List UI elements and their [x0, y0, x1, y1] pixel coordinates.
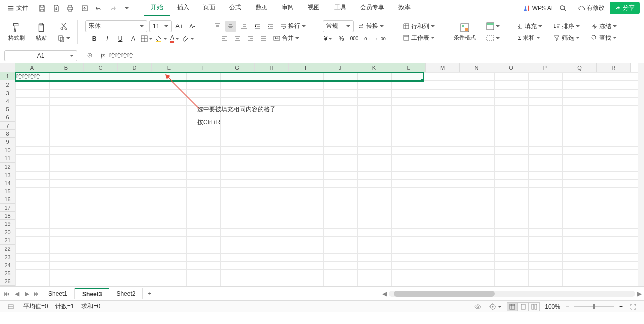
- italic-button[interactable]: I: [102, 33, 113, 44]
- add-sheet-button[interactable]: +: [143, 288, 156, 299]
- tab-start[interactable]: 开始: [144, 0, 170, 16]
- increase-decimal-button[interactable]: ←.00: [375, 33, 386, 44]
- justify-button[interactable]: [258, 33, 269, 44]
- freeze-button[interactable]: 冻结: [589, 21, 619, 32]
- row-header-26[interactable]: 26: [0, 277, 15, 285]
- sheet-tab-2[interactable]: Sheet3: [75, 288, 109, 300]
- format-painter-button[interactable]: 格式刷: [5, 19, 27, 45]
- col-header-N[interactable]: N: [460, 63, 494, 72]
- zoom-out-button[interactable]: −: [566, 303, 569, 310]
- modified-indicator[interactable]: 有修改: [578, 4, 605, 12]
- focus-button[interactable]: [489, 301, 502, 312]
- search-button[interactable]: [558, 3, 568, 13]
- col-header-E[interactable]: E: [152, 63, 186, 72]
- currency-button[interactable]: ¥: [323, 33, 334, 44]
- col-header-P[interactable]: P: [528, 63, 562, 72]
- tab-page[interactable]: 页面: [196, 0, 222, 16]
- name-box[interactable]: A1: [4, 50, 77, 61]
- col-header-D[interactable]: D: [118, 63, 152, 72]
- row-header-3[interactable]: 3: [0, 89, 15, 97]
- share-button[interactable]: 分享: [610, 2, 640, 14]
- row-header-4[interactable]: 4: [0, 97, 15, 105]
- fx-icon[interactable]: fx: [101, 52, 105, 59]
- border-button[interactable]: [141, 33, 153, 44]
- underline-button[interactable]: U: [115, 33, 126, 44]
- print-button[interactable]: [65, 3, 75, 13]
- worksheet-button[interactable]: 工作表: [400, 33, 437, 43]
- fill-color-button[interactable]: [155, 33, 167, 44]
- split-handle[interactable]: [379, 290, 380, 297]
- fill-button[interactable]: 填充: [514, 21, 544, 32]
- tab-data[interactable]: 数据: [249, 0, 275, 16]
- row-header-18[interactable]: 18: [0, 212, 15, 220]
- print-preview-button[interactable]: [79, 3, 90, 13]
- view-page-button[interactable]: [518, 302, 529, 311]
- row-header-25[interactable]: 25: [0, 269, 15, 277]
- align-top-button[interactable]: [212, 21, 223, 32]
- col-header-H[interactable]: H: [255, 63, 289, 72]
- row-header-20[interactable]: 20: [0, 228, 15, 236]
- col-header-F[interactable]: F: [186, 63, 220, 72]
- font-color-button[interactable]: A: [169, 33, 180, 44]
- row-header-8[interactable]: 8: [0, 130, 15, 138]
- row-header-6[interactable]: 6: [0, 113, 15, 121]
- font-name-select[interactable]: 宋体: [85, 20, 147, 32]
- hscroll-right[interactable]: ▶: [637, 290, 642, 297]
- zoom-value[interactable]: 100%: [545, 303, 560, 310]
- redo-button[interactable]: [108, 3, 118, 13]
- col-header-L[interactable]: L: [391, 63, 426, 72]
- wps-ai-button[interactable]: WPS AI: [523, 5, 553, 12]
- col-header-B[interactable]: B: [49, 63, 84, 72]
- col-header-C[interactable]: C: [84, 63, 118, 72]
- row-header-10[interactable]: 10: [0, 146, 15, 154]
- align-bottom-button[interactable]: [238, 21, 250, 32]
- increase-indent-button[interactable]: [265, 21, 276, 32]
- save-button[interactable]: [37, 3, 47, 13]
- paste-button[interactable]: 粘贴: [30, 19, 52, 45]
- col-header-O[interactable]: O: [494, 63, 528, 72]
- tab-tools[interactable]: 工具: [327, 0, 353, 16]
- file-menu[interactable]: 文件: [4, 3, 31, 13]
- decrease-font-button[interactable]: A-: [187, 21, 198, 32]
- sheet-nav-prev[interactable]: ◀: [12, 289, 21, 298]
- row-header-13[interactable]: 13: [0, 171, 15, 179]
- row-header-15[interactable]: 15: [0, 187, 15, 195]
- row-header-16[interactable]: 16: [0, 195, 15, 203]
- eye-button[interactable]: [472, 301, 484, 312]
- increase-font-button[interactable]: A+: [174, 21, 185, 32]
- font-size-select[interactable]: 11: [149, 20, 172, 32]
- horizontal-scrollbar[interactable]: [389, 291, 635, 297]
- sheet-nav-last[interactable]: ⏭: [32, 289, 41, 298]
- number-format-select[interactable]: 常规: [323, 20, 354, 32]
- align-right-button[interactable]: [245, 33, 256, 44]
- customize-qat-dropdown[interactable]: [122, 3, 132, 13]
- expand-formula-button[interactable]: [85, 50, 96, 61]
- percent-button[interactable]: %: [336, 33, 347, 44]
- view-normal-button[interactable]: [507, 302, 518, 311]
- col-header-Q[interactable]: Q: [562, 63, 597, 72]
- align-middle-button[interactable]: [225, 21, 236, 32]
- sheet-tab-1[interactable]: Sheet1: [41, 288, 75, 299]
- cond-format-button[interactable]: 条件格式: [451, 19, 478, 45]
- sort-button[interactable]: 排序: [551, 21, 582, 32]
- col-header-J[interactable]: J: [323, 63, 357, 72]
- status-menu-button[interactable]: [5, 301, 16, 312]
- strikethrough-button[interactable]: A: [128, 33, 139, 44]
- tab-formula[interactable]: 公式: [222, 0, 249, 16]
- zoom-slider[interactable]: [574, 306, 614, 307]
- tab-member[interactable]: 会员专享: [353, 0, 391, 16]
- undo-button[interactable]: [94, 3, 104, 13]
- cut-button[interactable]: [58, 21, 69, 32]
- vertical-scrollbar[interactable]: [638, 63, 644, 286]
- table-style-button[interactable]: [486, 21, 500, 32]
- find-button[interactable]: 查找: [589, 33, 619, 43]
- tab-view[interactable]: 视图: [301, 0, 327, 16]
- cell-grid[interactable]: 哈哈哈哈 选中要被填充相同内容的格子 按Ctrl+R: [15, 72, 638, 286]
- row-header-5[interactable]: 5: [0, 105, 15, 113]
- filter-button[interactable]: 筛选: [551, 33, 582, 43]
- comma-button[interactable]: 000: [349, 33, 360, 44]
- col-header-R[interactable]: R: [597, 63, 631, 72]
- row-header-1[interactable]: 1: [0, 72, 15, 80]
- row-header-12[interactable]: 12: [0, 163, 15, 171]
- fullscreen-button[interactable]: [628, 301, 639, 312]
